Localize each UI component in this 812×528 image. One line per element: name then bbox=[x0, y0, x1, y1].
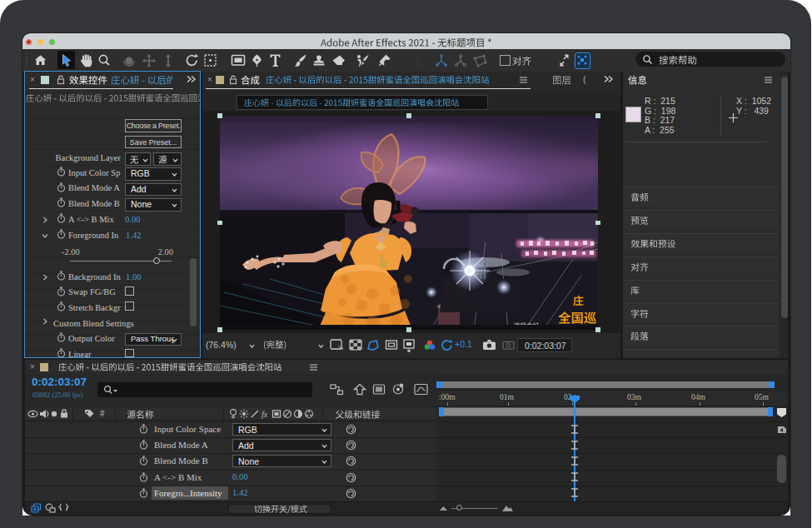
svg-text:fx: fx bbox=[262, 410, 268, 419]
